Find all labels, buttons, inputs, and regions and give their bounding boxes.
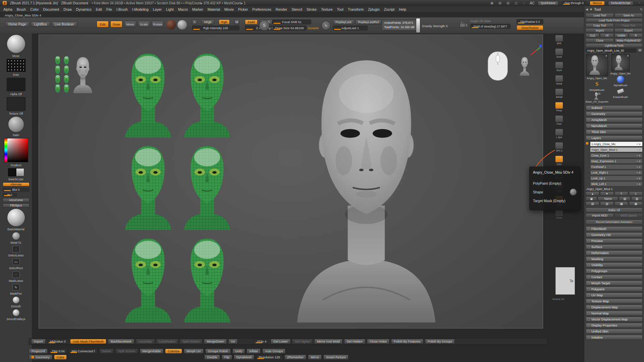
import-mdd-button[interactable]: Import MDD <box>586 213 614 218</box>
menu-item[interactable]: Movie <box>224 7 234 11</box>
tool-button[interactable]: Visible <box>614 33 628 38</box>
subpalette-bar[interactable]: Geometry HD <box>586 232 643 237</box>
subpalette-bar[interactable]: Preview <box>586 238 643 243</box>
layer-row[interactable]: Look_Up 1 ●◉ <box>590 176 643 181</box>
layer-merge-button[interactable]: ▤ <box>586 201 599 206</box>
gravity-strength-slider[interactable]: Gravity Strength 0 <box>422 24 448 28</box>
stroke-dots-tile[interactable] <box>7 59 25 72</box>
dock-control[interactable]: Double <box>204 355 220 360</box>
material-preview-sphere[interactable] <box>8 117 24 132</box>
layer-row[interactable]: Deep_Expression 1 ●◉ <box>590 159 643 164</box>
dock-control[interactable]: Flip <box>222 355 232 360</box>
color-picker[interactable] <box>4 138 28 162</box>
green-head-6[interactable] <box>181 236 233 322</box>
menu-item[interactable]: Draw <box>63 7 72 11</box>
layer-invert-button[interactable]: ▦ <box>614 201 628 206</box>
tool-button[interactable]: Import <box>586 28 614 33</box>
subpalette-bar[interactable]: Unified Skin <box>586 329 643 334</box>
layer-down-button[interactable]: ▼ <box>600 191 614 196</box>
record-deformation-button[interactable]: Record Deformation Animation <box>586 220 643 225</box>
dock-control[interactable]: Color <box>54 355 67 360</box>
menu-item[interactable]: Zscript <box>384 7 395 11</box>
subpalette-bar[interactable]: Masking <box>586 256 643 261</box>
curve-mode-icon[interactable]: ∿ <box>321 21 331 30</box>
home-page-button[interactable]: Home Page <box>5 21 29 27</box>
dock-control[interactable]: Del Hidden <box>344 339 365 344</box>
menu-item[interactable]: Macro <box>178 7 188 11</box>
select-lasso-icon[interactable]: ◌ <box>12 246 20 252</box>
split-icon[interactable]: ◫ <box>514 1 518 5</box>
subpalette-bar[interactable]: Texture Map <box>586 299 643 304</box>
gray-head-thumbnail[interactable] <box>72 56 93 93</box>
layer-intensity-marker[interactable] <box>586 142 588 144</box>
dock-control[interactable]: Close Holes <box>367 339 389 344</box>
mdd-speed-slider[interactable]: MDD Speed <box>614 213 643 218</box>
menu-item[interactable]: Layer <box>153 7 162 11</box>
menu-item[interactable]: Help <box>399 7 406 11</box>
accucurve-button[interactable]: AccuCurve <box>3 198 30 202</box>
right-shelf-button[interactable]: Qxyz <box>555 156 563 165</box>
rgb-button[interactable]: Rgb <box>219 19 230 24</box>
subpalette-bar[interactable]: Polygroups <box>586 268 643 274</box>
layer-top-button[interactable]: ⇑ <box>614 191 628 196</box>
green-head-2[interactable] <box>181 51 233 137</box>
dock-control[interactable]: LazyRadius <box>156 339 178 344</box>
tool-button[interactable]: Paste Tool <box>614 23 643 27</box>
right-shelf-button[interactable]: BPR <box>555 35 563 45</box>
context-menu-item-target-mask[interactable]: Target Mask (Empty) <box>533 196 577 205</box>
right-shelf-button[interactable]: Ghost <box>555 209 563 219</box>
alphabrush-icon[interactable] <box>617 76 624 83</box>
main-color-swatch[interactable] <box>8 168 16 176</box>
layer-delete-button[interactable]: ▧ <box>631 196 643 201</box>
dock-control[interactable]: Mirror <box>308 355 322 360</box>
dock-control[interactable]: Polish By Features <box>391 339 423 344</box>
blur-slider[interactable]: Blur 0 <box>3 188 30 192</box>
dock-control[interactable]: MidValue 0 <box>47 339 68 344</box>
subpalette-bar[interactable]: ArrayMesh <box>586 117 643 122</box>
m-button[interactable]: M <box>234 19 239 24</box>
eraserbrush-icon[interactable] <box>616 87 625 95</box>
gravity-gauge[interactable] <box>416 18 420 33</box>
green-head-4[interactable] <box>181 143 233 230</box>
clock-icon[interactable]: ◔ <box>637 1 641 5</box>
subpalette-bar[interactable]: UV Map <box>586 293 643 298</box>
menu-item[interactable]: I-Brush <box>116 7 128 11</box>
dock-control[interactable]: ZRemesher <box>284 355 307 360</box>
secondary-color-swatch[interactable] <box>16 168 24 176</box>
dock-control[interactable]: Delete <box>99 349 114 354</box>
select-rect-icon[interactable]: ▭ <box>12 258 20 265</box>
mode-button[interactable]: Move <box>124 21 136 27</box>
dock-control[interactable]: Geometry <box>29 355 52 360</box>
right-shelf-button[interactable]: AAHalf <box>555 88 563 98</box>
subpalette-bar[interactable]: Thick Skin <box>586 129 643 134</box>
focal-shift-slider[interactable]: Focal Shift 51 <box>272 19 311 24</box>
dock-control[interactable]: Del Higher <box>292 339 313 344</box>
tray-refresh-icon[interactable]: ↻ <box>640 8 643 11</box>
bake-all-button[interactable]: Bake All <box>586 207 643 213</box>
smooth-brush-sphere[interactable] <box>13 297 19 303</box>
menu-item[interactable]: Alpha <box>3 7 12 11</box>
subpalette-bar[interactable]: FiberMesh <box>586 226 643 231</box>
dock-control[interactable]: Morph UV <box>184 349 204 354</box>
layer-row[interactable]: 1 Angry_Close_Mo ●◉ <box>590 141 643 146</box>
document-canvas[interactable] <box>39 35 543 328</box>
deep-shadow-button[interactable]: DeepShadow <box>517 25 543 30</box>
menu-item[interactable]: Document <box>43 7 59 11</box>
stroke-type-icon[interactable]: S <box>259 20 270 31</box>
menu-item[interactable]: Tool <box>337 7 343 11</box>
lightbox-button[interactable]: LightBox <box>31 21 50 27</box>
menu-item[interactable]: Stroke <box>307 7 317 11</box>
menu-item[interactable]: Texture <box>321 7 332 11</box>
dynamic-label[interactable]: Dynamic <box>308 26 319 30</box>
dock-control[interactable]: Dist 0.04 <box>49 349 67 354</box>
dock-control[interactable]: MergeVisible <box>140 349 164 354</box>
rf-slider[interactable]: Rf 0 <box>3 193 17 197</box>
subpalette-bar[interactable]: Surface <box>586 244 643 249</box>
layer-eye-icon[interactable]: ◉ <box>639 148 641 151</box>
subpalette-bar[interactable]: Layers <box>586 135 643 140</box>
layer-eye-icon[interactable]: ◉ <box>639 143 641 145</box>
move-brush-sphere[interactable] <box>7 35 25 53</box>
menu-item[interactable]: Transform <box>348 7 364 11</box>
dock-control[interactable]: Mirror And Weld <box>314 339 342 344</box>
dock-control[interactable]: Import <box>31 339 46 344</box>
